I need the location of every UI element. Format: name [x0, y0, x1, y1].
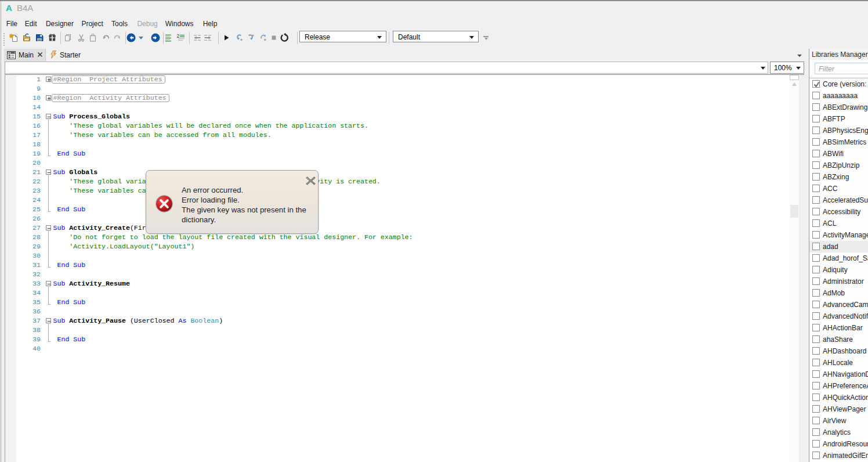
- svg-text:2: 2: [177, 33, 180, 39]
